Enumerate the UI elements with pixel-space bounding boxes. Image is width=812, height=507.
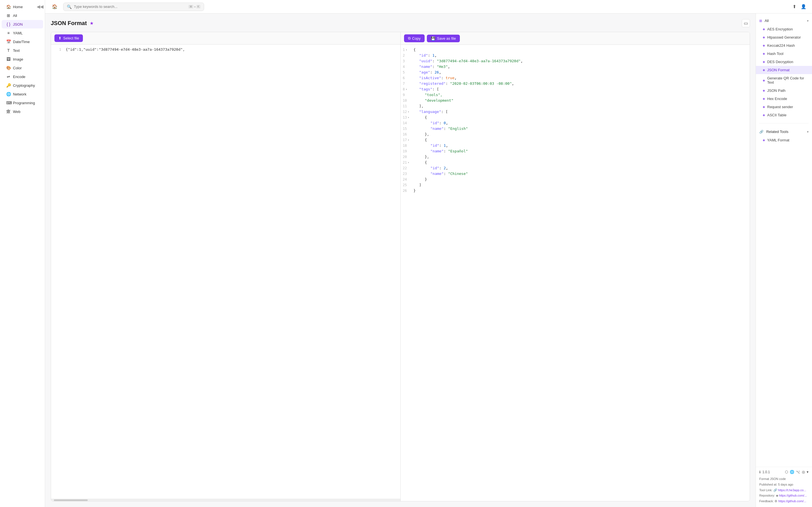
output-line-14: 14"id": 0, xyxy=(401,120,750,126)
rs-item-aes[interactable]: ◈ AES Encryption xyxy=(756,25,812,33)
home-button[interactable]: 🏠 xyxy=(50,2,60,11)
sidebar-item-yaml[interactable]: ≡ YAML xyxy=(2,29,43,37)
all-items-list: ◈ AES Encryption◈ Htpasswd Generator◈ Ke… xyxy=(756,25,812,119)
output-content-26: } xyxy=(414,188,416,193)
output-content-2: "id": 1, xyxy=(414,53,437,58)
input-scrollbar[interactable] xyxy=(51,499,400,501)
search-input[interactable] xyxy=(74,4,186,9)
rs-item-htpasswd[interactable]: ◈ Htpasswd Generator xyxy=(756,33,812,41)
sidebar-item-programming[interactable]: ⌨ Programming xyxy=(2,99,43,107)
output-linenum-6: 6 xyxy=(403,75,411,81)
all-section-expand-icon: ▾ xyxy=(807,19,809,23)
link-icon: 🔗 xyxy=(773,489,778,492)
rs-related-icon-yaml-format: ◈ xyxy=(763,138,765,142)
fold-arrow-21[interactable]: ▾ xyxy=(408,160,409,165)
main-container: 🏠 🔍 ⌘ + K ⬆ 👤 JSON Format ★ ▭ xyxy=(45,0,812,507)
output-code-area[interactable]: 1▾{2"id": 1,3"uuid": "3d877494-e7d4-48e3… xyxy=(401,45,750,501)
sidebar-item-web[interactable]: 🕸 Web xyxy=(2,107,43,116)
rs-icon-hash: ◈ xyxy=(763,52,765,55)
sidebar-icon-datetime: 📅 xyxy=(6,40,11,44)
sidebar-collapse-btn[interactable]: ◀◀ xyxy=(37,4,43,9)
plugin-icon[interactable]: ⬡ xyxy=(785,470,788,474)
footer-icons: ⬡ 🌐 ⌥ ◎ ▾ xyxy=(785,470,809,474)
repo-link[interactable]: https://github.com/... xyxy=(779,494,807,497)
output-linenum-21: 21▾ xyxy=(403,160,411,165)
sidebar-label-json: JSON xyxy=(13,22,23,26)
rs-label-aes: AES Encryption xyxy=(767,27,793,31)
rs-item-json-format[interactable]: ◈ JSON Format xyxy=(756,66,812,74)
fold-arrow-17[interactable]: ▾ xyxy=(408,137,409,143)
copy-button[interactable]: ⧉ Copy xyxy=(404,34,424,42)
sidebar-item-image[interactable]: 🖼 Image xyxy=(2,55,43,63)
sidebar-item-datetime[interactable]: 📅 Date/Time xyxy=(2,38,43,46)
rs-item-hex-encode[interactable]: ◈ Hex Encode xyxy=(756,95,812,103)
sidebar-item-cryptography[interactable]: 🔑 Cryptography xyxy=(2,81,43,90)
input-toolbar: ⬆ Select file xyxy=(51,32,400,45)
feedback-link[interactable]: https://github.com/... xyxy=(778,499,806,503)
fold-arrow-12[interactable]: ▾ xyxy=(408,109,409,115)
layout-toggle-button[interactable]: ▭ xyxy=(742,19,750,27)
globe-icon[interactable]: 🌐 xyxy=(790,470,794,474)
rs-item-json-path[interactable]: ◈ JSON Path xyxy=(756,87,812,95)
github-icon[interactable]: ⌥ xyxy=(796,470,800,474)
rs-icon-keccak: ◈ xyxy=(763,44,765,47)
copy-label: Copy xyxy=(412,36,421,41)
tool-main: JSON Format ★ ▭ ⬆ Select file xyxy=(45,13,756,507)
sidebar-label-image: Image xyxy=(13,57,23,61)
tool-link[interactable]: https://t.he3app.co... xyxy=(778,489,806,492)
favorite-star-icon[interactable]: ★ xyxy=(90,20,94,26)
rs-item-keccak[interactable]: ◈ Keccak224 Hash xyxy=(756,41,812,50)
output-content-23: "name": "Chinese" xyxy=(414,171,468,177)
all-section-header[interactable]: ⊞ All ▾ xyxy=(756,16,812,25)
output-line-2: 2"id": 1, xyxy=(401,53,750,58)
output-content-1: { xyxy=(414,47,416,53)
select-file-button[interactable]: ⬆ Select file xyxy=(54,34,83,42)
rs-item-ascii[interactable]: ◈ ASCII Table xyxy=(756,111,812,119)
input-scroll-thumb xyxy=(54,499,88,501)
fold-arrow-8[interactable]: ▾ xyxy=(406,87,407,92)
fold-arrow-13[interactable]: ▾ xyxy=(408,115,409,120)
rs-icon-ascii: ◈ xyxy=(763,113,765,117)
sidebar-label-color: Color xyxy=(13,66,22,70)
output-line-18: 18"id": 1, xyxy=(401,143,750,149)
rs-related-item-yaml-format[interactable]: ◈ YAML Format xyxy=(756,136,812,144)
rs-item-des[interactable]: ◈ DES Decryption xyxy=(756,58,812,66)
rs-item-request-sender[interactable]: ◈ Request sender xyxy=(756,103,812,111)
sidebar-item-encode[interactable]: ⇌ Encode xyxy=(2,72,43,81)
user-icon[interactable]: 👤 xyxy=(800,3,808,10)
chevron-down-icon[interactable]: ▾ xyxy=(807,470,809,474)
related-section-label: Related Tools xyxy=(766,129,789,134)
output-panel: ⧉ Copy 💾 Save as file 1▾{2"id": 1,3"uuid… xyxy=(401,32,750,501)
sidebar-label-text: Text xyxy=(13,48,20,53)
output-linenum-1: 1▾ xyxy=(403,47,411,53)
save-file-button[interactable]: 💾 Save as file xyxy=(427,35,460,42)
rs-icon-hex-encode: ◈ xyxy=(763,97,765,101)
rs-item-qr-code[interactable]: ◈ Generate QR Code for Text xyxy=(756,74,812,87)
feedback-icon: ⚙ xyxy=(774,499,778,503)
related-section-header[interactable]: 🔗 Related Tools ▾ xyxy=(756,127,812,136)
info-icon: ℹ xyxy=(759,470,761,474)
output-linenum-23: 23 xyxy=(403,171,411,177)
check-icon[interactable]: ◎ xyxy=(802,470,805,474)
sidebar-item-color[interactable]: 🎨 Color xyxy=(2,64,43,72)
output-content-24: } xyxy=(414,177,427,182)
rs-label-ascii: ASCII Table xyxy=(767,113,786,117)
rs-icon-qr-code: ◈ xyxy=(763,78,765,82)
sidebar-item-text[interactable]: T Text xyxy=(2,46,43,55)
rs-icon-json-format: ◈ xyxy=(763,68,765,72)
sidebar-item-all[interactable]: ⊞ All xyxy=(2,11,43,20)
repo-icon: ◈ xyxy=(776,494,779,497)
sidebar-label-home: Home xyxy=(13,5,23,9)
sidebar-icon-cryptography: 🔑 xyxy=(6,83,11,88)
sidebar-icon-all: ⊞ xyxy=(6,13,11,18)
right-sidebar: ⊞ All ▾ ◈ AES Encryption◈ Htpasswd Gener… xyxy=(756,13,812,507)
fold-arrow-1[interactable]: ▾ xyxy=(406,47,407,53)
input-code-area[interactable]: 1 {"id":1,"uuid":"3d877494-e7d4-48e3-aa7… xyxy=(51,45,400,499)
output-content-9: "tools", xyxy=(414,92,443,98)
output-line-13: 13▾{ xyxy=(401,115,750,120)
rs-item-hash[interactable]: ◈ Hash Tool xyxy=(756,50,812,58)
sidebar-item-json[interactable]: { } JSON xyxy=(2,20,43,29)
share-icon[interactable]: ⬆ xyxy=(792,3,797,10)
sidebar-item-network[interactable]: 🌐 Network xyxy=(2,90,43,98)
sidebar-icon-color: 🎨 xyxy=(6,66,11,70)
